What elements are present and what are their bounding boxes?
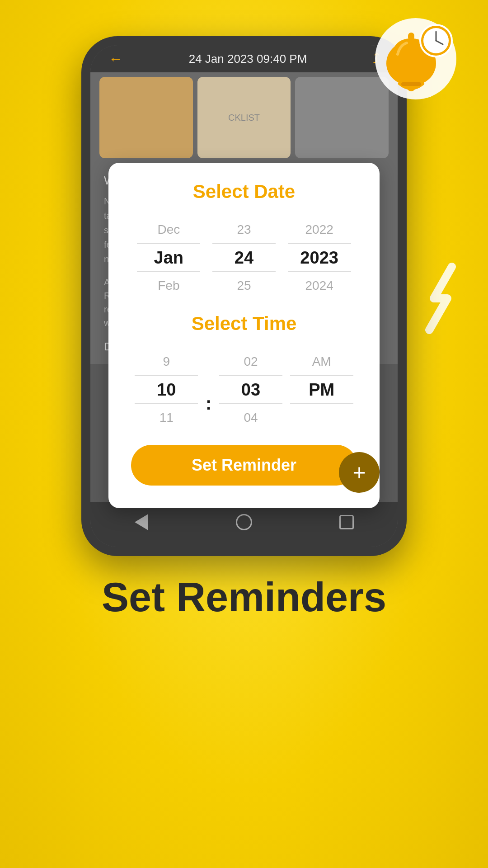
- svg-rect-8: [401, 82, 421, 86]
- nav-home-icon: [236, 514, 252, 530]
- month-column[interactable]: Dec Jan Feb: [137, 216, 200, 299]
- meridiem-selected[interactable]: PM: [290, 376, 353, 403]
- nav-recent-icon: [339, 515, 354, 529]
- day-prev[interactable]: 23: [212, 216, 276, 243]
- date-picker[interactable]: Dec Jan Feb 23 24 25 2022: [131, 216, 357, 299]
- fab-plus-icon: +: [352, 461, 366, 484]
- svg-rect-2: [408, 33, 414, 41]
- datetime-label: 24 Jan 2023 09:40 PM: [189, 52, 307, 66]
- year-prev[interactable]: 2022: [288, 216, 351, 243]
- thumbnail-1: [99, 77, 193, 158]
- minute-selected[interactable]: 03: [219, 376, 282, 403]
- lightning-decoration: [420, 262, 465, 335]
- nav-back-button[interactable]: [130, 511, 153, 533]
- select-date-title: Select Date: [131, 181, 357, 203]
- back-button[interactable]: ←: [108, 51, 123, 67]
- hour-selected[interactable]: 10: [135, 376, 198, 403]
- status-bar: ← 24 Jan 2023 09:40 PM ⤴: [90, 45, 398, 72]
- month-next[interactable]: Feb: [137, 272, 200, 299]
- year-next[interactable]: 2024: [288, 272, 351, 299]
- hour-prev[interactable]: 9: [135, 348, 198, 375]
- month-selected[interactable]: Jan: [137, 244, 200, 271]
- day-selected[interactable]: 24: [212, 244, 276, 271]
- select-time-title: Select Time: [131, 313, 357, 335]
- nav-back-icon: [135, 514, 148, 530]
- tagline: Set Reminders: [102, 574, 386, 621]
- year-selected[interactable]: 2023: [288, 244, 351, 271]
- day-next[interactable]: 25: [212, 272, 276, 299]
- hours-column[interactable]: 9 10 11: [135, 348, 198, 431]
- phone-screen: ← 24 Jan 2023 09:40 PM ⤴ CKLIST W... N..…: [90, 45, 398, 547]
- navigation-bar: [90, 502, 398, 547]
- nav-recent-button[interactable]: [335, 511, 358, 533]
- year-column[interactable]: 2022 2023 2024: [288, 216, 351, 299]
- meridiem-next[interactable]: [290, 404, 353, 431]
- time-picker[interactable]: 9 10 11 : 02 03 04 AM: [131, 348, 357, 431]
- bell-icon: [371, 14, 461, 104]
- minute-next[interactable]: 04: [219, 404, 282, 431]
- day-column[interactable]: 23 24 25: [212, 216, 276, 299]
- time-colon: :: [206, 366, 211, 414]
- thumbnail-row: CKLIST: [90, 72, 398, 163]
- hour-next[interactable]: 11: [135, 404, 198, 431]
- phone-frame: ← 24 Jan 2023 09:40 PM ⤴ CKLIST W... N..…: [81, 36, 407, 556]
- fab-button[interactable]: +: [339, 452, 380, 493]
- set-reminder-button[interactable]: Set Reminder: [131, 445, 357, 486]
- thumbnail-2: CKLIST: [197, 77, 291, 158]
- minute-prev[interactable]: 02: [219, 348, 282, 375]
- meridiem-column[interactable]: AM PM: [290, 348, 353, 431]
- reminder-modal: Select Date Dec Jan Feb 23 24 25: [108, 163, 380, 508]
- nav-home-button[interactable]: [233, 511, 255, 533]
- month-prev[interactable]: Dec: [137, 216, 200, 243]
- minutes-column[interactable]: 02 03 04: [219, 348, 282, 431]
- meridiem-prev[interactable]: AM: [290, 348, 353, 375]
